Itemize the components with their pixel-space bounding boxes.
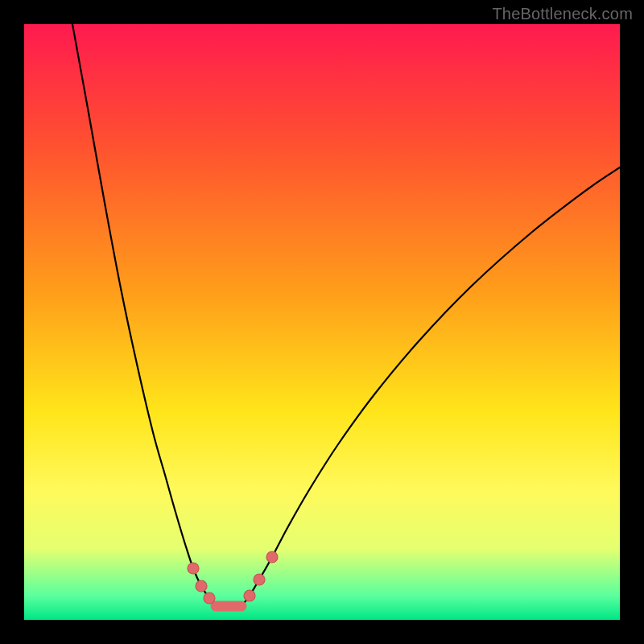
right-curve [242,167,620,606]
curve-markers [188,551,278,604]
curve-marker [244,590,255,601]
curve-marker [196,580,207,592]
curve-marker [254,574,265,585]
curve-marker [266,551,278,563]
curve-marker [204,592,215,604]
curve-marker [188,563,199,574]
chart-frame [24,24,620,620]
watermark-text: TheBottleneck.com [492,5,633,23]
curve-layer [24,24,620,620]
left-curve [72,24,216,606]
